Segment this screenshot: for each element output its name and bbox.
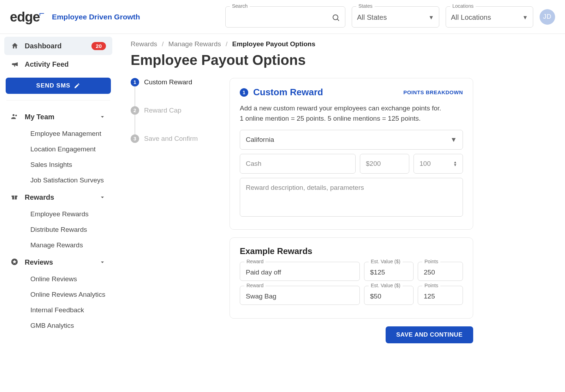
step-3-dot: 3 — [131, 134, 139, 143]
page-title: Employee Payout Options — [131, 52, 551, 68]
states-dropdown[interactable]: States All States ▼ — [352, 6, 439, 28]
sidebar-item-gmb-analytics[interactable]: GMB Analytics — [4, 318, 112, 333]
locations-dropdown[interactable]: Locations All Locations ▼ — [446, 6, 533, 28]
example-reward-input[interactable]: Reward Paid day off — [240, 262, 360, 281]
reward-description-placeholder: Reward description, details, parameters — [246, 184, 364, 192]
send-sms-label: SEND SMS — [36, 82, 71, 89]
example-points-value: 125 — [424, 293, 435, 300]
search-label: Search — [230, 3, 250, 9]
step-save-confirm[interactable]: 3 Save and Confirm — [131, 134, 215, 143]
points-breakdown-link[interactable]: POINTS BREAKDOWN — [403, 89, 463, 95]
example-reward-value: Swag Bag — [246, 293, 276, 300]
locations-value: All Locations — [451, 13, 491, 22]
section-my-team-label: My Team — [25, 113, 54, 121]
card-step-dot: 1 — [240, 88, 248, 97]
reward-points-input[interactable]: 100 ▲▼ — [414, 154, 463, 174]
card-title: Custom Reward — [253, 87, 323, 98]
section-rewards[interactable]: Rewards — [4, 188, 112, 206]
example-reward-input[interactable]: Reward Swag Bag — [240, 286, 360, 305]
example-value-value: $50 — [370, 293, 381, 300]
sidebar-item-online-reviews[interactable]: Online Reviews — [4, 271, 112, 287]
star-icon — [11, 258, 19, 266]
sidebar-item-distribute-rewards[interactable]: Distribute Rewards — [4, 222, 112, 237]
states-label: States — [356, 3, 375, 9]
chevron-down-icon: ▼ — [428, 14, 434, 21]
step-1-dot: 1 — [131, 78, 139, 86]
section-reviews[interactable]: Reviews — [4, 253, 112, 271]
number-spinner-icon[interactable]: ▲▼ — [453, 161, 457, 167]
breadcrumb-current: Employee Payout Options — [232, 40, 315, 48]
search-input[interactable]: Search — [225, 6, 345, 28]
chevron-down-icon — [99, 113, 106, 120]
example-points-input[interactable]: Points 250 — [418, 262, 463, 281]
dashboard-badge: 20 — [91, 42, 106, 50]
sidebar-item-online-reviews-analytics[interactable]: Online Reviews Analytics — [4, 287, 112, 302]
svg-line-1 — [338, 19, 339, 20]
nav-activity-feed-label: Activity Feed — [25, 60, 106, 68]
breadcrumb-manage-rewards[interactable]: Manage Rewards — [168, 40, 221, 48]
step-custom-reward[interactable]: 1 Custom Reward — [131, 78, 215, 86]
nav-activity-feed[interactable]: Activity Feed — [4, 55, 112, 73]
sidebar-item-job-satisfaction-surveys[interactable]: Job Satisfaction Surveys — [4, 173, 112, 188]
stepper: 1 Custom Reward 2 Reward Cap 3 Save and … — [131, 78, 215, 343]
label-points: Points — [422, 259, 440, 264]
svg-point-2 — [13, 114, 15, 116]
sidebar-item-manage-rewards[interactable]: Manage Rewards — [4, 237, 112, 253]
people-icon — [11, 113, 19, 121]
save-and-continue-button[interactable]: SAVE AND CONTINUE — [386, 326, 473, 343]
section-reviews-label: Reviews — [25, 258, 53, 266]
breadcrumb: Rewards / Manage Rewards / Employee Payo… — [131, 40, 551, 48]
locations-label: Locations — [450, 3, 476, 9]
sidebar-item-sales-insights[interactable]: Sales Insights — [4, 157, 112, 173]
reward-value-placeholder: $200 — [366, 160, 381, 168]
label-points: Points — [422, 283, 440, 288]
state-select[interactable]: California ▼ — [240, 130, 463, 150]
svg-point-0 — [333, 15, 338, 20]
logo-text: edge — [10, 10, 40, 24]
sidebar-item-internal-feedback[interactable]: Internal Feedback — [4, 302, 112, 318]
example-value-value: $125 — [370, 269, 385, 276]
step-3-label: Save and Confirm — [144, 135, 198, 143]
card-description: Add a new custom reward your employees c… — [240, 103, 463, 123]
state-value: California — [246, 136, 274, 144]
svg-rect-6 — [14, 195, 15, 199]
example-points-input[interactable]: Points 125 — [418, 286, 463, 305]
step-connector — [135, 86, 135, 106]
step-reward-cap[interactable]: 2 Reward Cap — [131, 106, 215, 115]
main: Rewards / Manage Rewards / Employee Payo… — [117, 34, 565, 392]
chevron-down-icon: ▼ — [450, 136, 457, 144]
reward-points-placeholder: 100 — [420, 160, 431, 168]
example-points-value: 250 — [424, 269, 435, 276]
step-2-label: Reward Cap — [144, 107, 182, 114]
example-value-input[interactable]: Est. Value ($) $50 — [364, 286, 414, 305]
breadcrumb-rewards[interactable]: Rewards — [131, 40, 157, 48]
sidebar-item-employee-rewards[interactable]: Employee Rewards — [4, 206, 112, 222]
sidebar-item-location-engagement[interactable]: Location Engagement — [4, 141, 112, 157]
send-sms-button[interactable]: SEND SMS — [6, 78, 111, 94]
search-icon — [332, 13, 340, 22]
sidebar-item-employee-management[interactable]: Employee Management — [4, 126, 112, 141]
reward-name-input[interactable]: Cash — [240, 154, 356, 174]
step-1-label: Custom Reward — [144, 78, 192, 86]
reward-value-input[interactable]: $200 — [360, 154, 409, 174]
gift-icon — [11, 193, 19, 201]
card-example-rewards: Example Rewards Reward Paid day off Est.… — [230, 237, 473, 319]
home-icon — [11, 42, 19, 50]
avatar[interactable]: JD — [540, 9, 555, 25]
card-custom-reward: 1 Custom Reward POINTS BREAKDOWN Add a n… — [230, 78, 473, 230]
example-rewards-title: Example Rewards — [240, 246, 463, 256]
example-reward-value: Paid day off — [246, 269, 281, 276]
tagline: Employee Driven Growth — [52, 13, 140, 21]
chevron-down-icon — [99, 259, 106, 266]
step-2-dot: 2 — [131, 106, 139, 115]
label-reward: Reward — [244, 259, 266, 264]
example-value-input[interactable]: Est. Value ($) $125 — [364, 262, 414, 281]
nav-dashboard[interactable]: Dashboard 20 — [4, 37, 112, 55]
logo[interactable]: edge ⌐ — [10, 10, 44, 24]
states-value: All States — [357, 13, 387, 22]
label-est-value: Est. Value ($) — [369, 283, 403, 288]
section-rewards-label: Rewards — [25, 193, 54, 201]
sidebar: Dashboard 20 Activity Feed SEND SMS My T… — [0, 34, 117, 392]
reward-description-textarea[interactable]: Reward description, details, parameters — [240, 178, 463, 217]
section-my-team[interactable]: My Team — [4, 108, 112, 126]
